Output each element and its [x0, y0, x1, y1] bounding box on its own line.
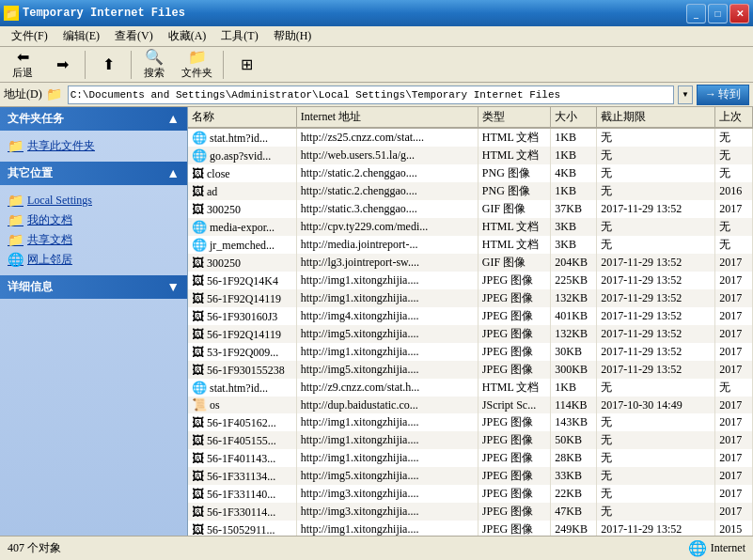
cell-type: HTML 文档 — [478, 379, 550, 397]
menu-tools[interactable]: 工具(T) — [213, 26, 265, 46]
address-input[interactable] — [71, 89, 671, 101]
table-row[interactable]: 🖼 56-1F331134...http://img5.xitongzhijia… — [188, 467, 753, 485]
cell-last: 2017 — [715, 467, 753, 485]
table-row[interactable]: 🖼 56-1F92Q14119http://img5.xitongzhijia.… — [188, 325, 753, 343]
cell-name: 🖼 53-1F92Q009... — [188, 343, 296, 361]
table-row[interactable]: 🖼 56-15052911...http://img1.xitongzhijia… — [188, 521, 753, 536]
details-header[interactable]: 详细信息 ▼ — [0, 275, 187, 299]
cell-type: JPEG 图像 — [478, 449, 550, 467]
cell-url: http://static.2.chenggao.... — [296, 164, 478, 182]
cell-last: 2017 — [715, 431, 753, 449]
cell-type: GIF 图像 — [478, 254, 550, 272]
menu-edit[interactable]: 编辑(E) — [55, 26, 107, 46]
shared-documents-link[interactable]: 📁 共享文档 — [8, 230, 180, 250]
table-row[interactable]: 🖼 adhttp://static.2.chenggao....PNG 图像1K… — [188, 182, 753, 200]
cell-last: 无 — [715, 379, 753, 397]
forward-button[interactable]: ➡ — [43, 54, 81, 76]
minimize-button[interactable]: _ — [686, 4, 706, 23]
local-settings-icon: 📁 — [8, 193, 24, 209]
other-places-header[interactable]: 其它位置 ▲ — [0, 162, 187, 185]
table-row[interactable]: 🌐 media-expor...http://cpv.ty229.com/med… — [188, 218, 753, 236]
cell-expire: 2017-11-29 13:52 — [597, 272, 715, 289]
table-row[interactable]: 🌐 jr_memched...http://media.jointreport-… — [188, 236, 753, 254]
cell-url: http://img1.xitongzhijia.... — [296, 272, 478, 289]
cell-url: http://media.jointreport-... — [296, 236, 478, 254]
col-header-expire[interactable]: 截止期限 — [597, 107, 715, 128]
table-row[interactable]: 🖼 56-1F930155238http://img5.xitongzhijia… — [188, 361, 753, 379]
menu-help[interactable]: 帮助(H) — [266, 26, 320, 46]
table-row[interactable]: 🌐 stat.htm?id...http://z9.cnzz.com/stat.… — [188, 379, 753, 397]
maximize-button[interactable]: □ — [708, 4, 728, 23]
table-row[interactable]: 🖼 53-1F92Q009...http://img1.xitongzhijia… — [188, 343, 753, 361]
address-dropdown[interactable]: ▼ — [678, 86, 693, 104]
col-header-url[interactable]: Internet 地址 — [296, 107, 478, 128]
local-settings-link[interactable]: 📁 Local Settings — [8, 191, 180, 210]
folder-tasks-header[interactable]: 文件夹任务 ▲ — [0, 107, 187, 131]
cell-expire: 无 — [597, 236, 715, 254]
my-documents-link[interactable]: 📁 我的文档 — [8, 210, 180, 230]
table-row[interactable]: 🖼 56-1F330114...http://img3.xitongzhijia… — [188, 503, 753, 521]
cell-last: 2017 — [715, 485, 753, 503]
table-row[interactable]: 🖼 56-1F401143...http://img1.xitongzhijia… — [188, 449, 753, 467]
cell-size: 50KB — [551, 431, 597, 449]
col-header-last[interactable]: 上次 — [715, 107, 753, 128]
table-row[interactable]: 🌐 stat.htm?id...http://zs25.cnzz.com/sta… — [188, 128, 753, 147]
share-folder-link[interactable]: 📁 共享此文件夹 — [8, 136, 180, 156]
table-row[interactable]: 🖼 300250http://static.3.chenggao....GIF … — [188, 200, 753, 218]
col-header-type[interactable]: 类型 — [478, 107, 550, 128]
cell-type: JPEG 图像 — [478, 503, 550, 521]
cell-type: JScript Sc... — [478, 397, 550, 413]
cell-size: 37KB — [551, 200, 597, 218]
cell-last: 2017 — [715, 200, 753, 218]
col-header-size[interactable]: 大小 — [551, 107, 597, 128]
table-row[interactable]: 🖼 56-1F405162...http://img1.xitongzhijia… — [188, 413, 753, 431]
folder-button[interactable]: 📁 文件夹 — [175, 46, 219, 83]
col-header-name[interactable]: 名称 — [188, 107, 296, 128]
address-input-wrap — [68, 86, 674, 104]
table-row[interactable]: 🖼 300250http://lg3.jointreport-sw....GIF… — [188, 254, 753, 272]
close-button[interactable]: ✕ — [729, 4, 749, 23]
table-row[interactable]: 🖼 56-1F92Q14K4http://img1.xitongzhijia..… — [188, 272, 753, 289]
go-button[interactable]: → 转到 — [697, 85, 749, 105]
cell-type: JPEG 图像 — [478, 343, 550, 361]
file-table-wrap[interactable]: 名称 Internet 地址 类型 大小 截止期限 上次 🌐 stat.htm?… — [188, 107, 753, 536]
cell-type: JPEG 图像 — [478, 413, 550, 431]
view-button[interactable]: ⊞ — [227, 54, 265, 76]
cell-url: http://img5.xitongzhijia.... — [296, 467, 478, 485]
menu-file[interactable]: 文件(F) — [4, 26, 55, 46]
cell-expire: 无 — [597, 467, 715, 485]
up-button[interactable]: ⬆ — [89, 54, 127, 76]
back-button[interactable]: ⬅ 后退 — [4, 46, 41, 83]
table-row[interactable]: 🖼 56-1F92Q14119http://img1.xitongzhijia.… — [188, 289, 753, 307]
cell-name: 🖼 56-1F331140... — [188, 485, 296, 503]
cell-expire: 无 — [597, 182, 715, 200]
cell-size: 300KB — [551, 361, 597, 379]
menu-favorites[interactable]: 收藏(A) — [161, 26, 214, 46]
cell-size: 1KB — [551, 182, 597, 200]
cell-url: http://img1.xitongzhijia.... — [296, 521, 478, 536]
cell-url: http://img5.xitongzhijia.... — [296, 325, 478, 343]
search-button[interactable]: 🔍 搜索 — [135, 46, 173, 83]
other-places-collapse-icon: ▲ — [166, 166, 180, 181]
cell-expire: 2017-11-29 13:52 — [597, 343, 715, 361]
cell-url: http://img3.xitongzhijia.... — [296, 485, 478, 503]
cell-size: 143KB — [551, 413, 597, 431]
cell-last: 2015 — [715, 521, 753, 536]
table-row[interactable]: 🖼 closehttp://static.2.chenggao....PNG 图… — [188, 164, 753, 182]
menu-view[interactable]: 查看(V) — [107, 26, 161, 46]
cell-name: 🖼 close — [188, 164, 296, 182]
table-row[interactable]: 🖼 56-1F930160J3http://img4.xitongzhijia.… — [188, 307, 753, 325]
table-row[interactable]: 🖼 56-1F331140...http://img3.xitongzhijia… — [188, 485, 753, 503]
separator-3 — [223, 51, 224, 79]
table-row[interactable]: 🌐 go.asp?svid...http://web.users.51.la/g… — [188, 147, 753, 164]
table-row[interactable]: 🖼 56-1F405155...http://img1.xitongzhijia… — [188, 431, 753, 449]
cell-name: 📜 os — [188, 397, 296, 413]
search-icon: 🔍 — [145, 49, 164, 66]
table-row[interactable]: 📜 oshttp://dup.baidustatic.co...JScript … — [188, 397, 753, 413]
status-count: 407 个对象 — [8, 540, 688, 556]
network-link[interactable]: 🌐 网上邻居 — [8, 250, 180, 270]
share-folder-label: 共享此文件夹 — [27, 138, 95, 154]
my-documents-icon: 📁 — [8, 212, 24, 228]
cell-last: 2017 — [715, 449, 753, 467]
cell-name: 🖼 300250 — [188, 254, 296, 272]
